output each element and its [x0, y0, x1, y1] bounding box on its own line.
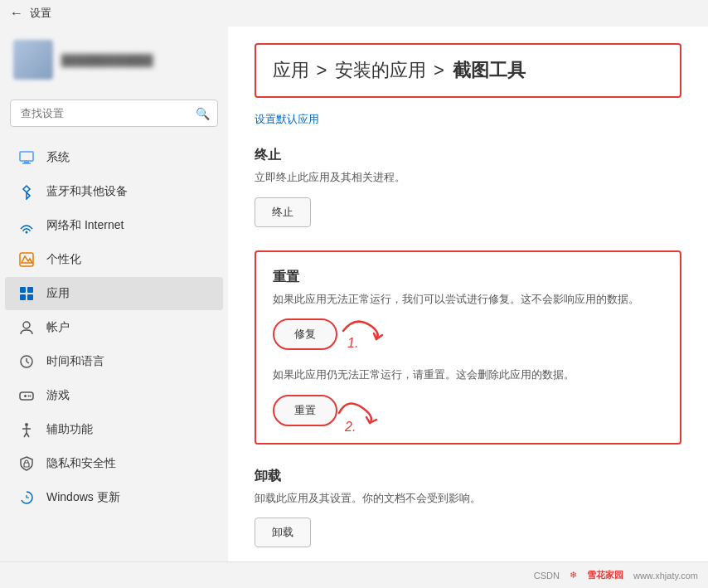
- terminate-desc: 立即终止此应用及其相关进程。: [255, 169, 681, 186]
- breadcrumb-sep2: >: [434, 60, 449, 80]
- terminate-section: 终止 立即终止此应用及其相关进程。 终止: [255, 147, 681, 227]
- title-bar-label: 设置: [30, 6, 51, 21]
- user-name: ████████████: [61, 54, 153, 66]
- back-icon[interactable]: ←: [10, 6, 23, 21]
- breadcrumb-part3: 截图工具: [453, 60, 526, 80]
- apps-icon: [18, 285, 35, 302]
- search-input[interactable]: [10, 100, 218, 127]
- svg-line-12: [27, 362, 29, 363]
- uninstall-button[interactable]: 卸载: [255, 518, 311, 547]
- main-layout: ████████████ 🔍 系统 蓝牙和其他设备: [0, 27, 708, 561]
- uninstall-desc: 卸载此应用及其设置。你的文档不会受到影响。: [255, 490, 681, 507]
- bottom-bar: CSDN ❄ 雪花家园 www.xhjaty.com: [0, 561, 708, 588]
- svg-text:1.: 1.: [347, 336, 358, 350]
- sidebar-label-gaming: 游戏: [46, 388, 70, 403]
- privacy-icon: [18, 455, 35, 472]
- sidebar-item-accessibility[interactable]: 辅助功能: [5, 413, 223, 446]
- terminate-title: 终止: [255, 147, 681, 164]
- default-app-link[interactable]: 设置默认应用: [255, 112, 319, 127]
- breadcrumb-part2: 安装的应用: [335, 60, 426, 80]
- sidebar-label-bluetooth: 蓝牙和其他设备: [46, 184, 128, 199]
- svg-point-18: [25, 423, 28, 426]
- sidebar-item-apps[interactable]: 应用: [5, 277, 223, 310]
- breadcrumb-sep1: >: [316, 60, 332, 80]
- system-icon: [18, 149, 35, 166]
- svg-rect-6: [27, 287, 33, 293]
- svg-rect-23: [24, 463, 29, 467]
- sidebar-item-windows-update[interactable]: Windows 更新: [5, 481, 223, 514]
- site-url: www.xhjaty.com: [633, 571, 698, 581]
- svg-rect-5: [20, 287, 26, 293]
- svg-text:2.: 2.: [344, 420, 356, 434]
- svg-point-3: [26, 231, 28, 234]
- repair-button[interactable]: 修复: [273, 318, 337, 350]
- time-icon: [18, 353, 35, 370]
- svg-rect-8: [27, 294, 33, 300]
- gaming-icon: [18, 387, 35, 404]
- breadcrumb-part1: 应用: [273, 60, 309, 80]
- svg-rect-7: [20, 294, 26, 300]
- svg-point-17: [30, 396, 32, 397]
- update-icon: [18, 489, 35, 506]
- sidebar-label-system: 系统: [46, 150, 70, 165]
- svg-point-9: [23, 322, 30, 328]
- reset-title: 重置: [273, 269, 663, 286]
- sidebar-item-network[interactable]: 网络和 Internet: [5, 209, 223, 242]
- personalization-icon: [18, 251, 35, 268]
- sidebar-label-time: 时间和语言: [46, 354, 104, 369]
- sidebar-item-privacy[interactable]: 隐私和安全性: [5, 447, 223, 480]
- sidebar-nav: 系统 蓝牙和其他设备 网络和 Internet 个性化: [0, 140, 228, 555]
- avatar: [13, 40, 53, 80]
- svg-rect-0: [20, 152, 33, 161]
- sidebar-item-time[interactable]: 时间和语言: [5, 345, 223, 378]
- sidebar-label-accounts: 帐户: [46, 320, 70, 335]
- sidebar-label-windows-update: Windows 更新: [46, 490, 120, 505]
- sidebar-label-apps: 应用: [46, 286, 70, 301]
- search-icon: 🔍: [196, 107, 210, 120]
- reset-section: 重置 如果此应用无法正常运行，我们可以尝试进行修复。这不会影响应用的数据。 修复…: [255, 250, 681, 445]
- svg-point-16: [28, 396, 30, 397]
- repair-desc: 如果此应用无法正常运行，我们可以尝试进行修复。这不会影响应用的数据。: [273, 291, 663, 308]
- search-container: 🔍: [10, 100, 218, 127]
- reset-button[interactable]: 重置: [273, 395, 337, 426]
- snowflake-logo: ❄: [570, 570, 577, 581]
- breadcrumb-header: 应用 > 安装的应用 > 截图工具: [255, 43, 681, 98]
- sidebar-item-accounts[interactable]: 帐户: [5, 311, 223, 344]
- sidebar-label-privacy: 隐私和安全性: [46, 456, 116, 471]
- sidebar: ████████████ 🔍 系统 蓝牙和其他设备: [0, 27, 228, 561]
- content-area: 应用 > 安装的应用 > 截图工具 设置默认应用 终止 立即终止此应用及其相关进…: [228, 27, 708, 561]
- csdn-label: CSDN: [534, 571, 560, 581]
- bluetooth-icon: [18, 183, 35, 200]
- reset-desc: 如果此应用仍无法正常运行，请重置。这会删除此应用的数据。: [273, 367, 663, 383]
- sidebar-item-system[interactable]: 系统: [5, 141, 223, 174]
- sidebar-item-bluetooth[interactable]: 蓝牙和其他设备: [5, 175, 223, 208]
- sidebar-item-gaming[interactable]: 游戏: [5, 379, 223, 412]
- sidebar-label-accessibility: 辅助功能: [46, 422, 93, 437]
- sidebar-item-personalization[interactable]: 个性化: [5, 243, 223, 276]
- accounts-icon: [18, 319, 35, 336]
- uninstall-section: 卸载 卸载此应用及其设置。你的文档不会受到影响。 卸载: [255, 468, 681, 548]
- accessibility-icon: [18, 421, 35, 438]
- terminate-button[interactable]: 终止: [255, 197, 311, 227]
- sidebar-label-network: 网络和 Internet: [46, 218, 124, 233]
- title-bar: ← 设置: [0, 0, 708, 27]
- uninstall-title: 卸载: [255, 468, 681, 485]
- svg-line-21: [24, 433, 27, 437]
- sidebar-label-personalization: 个性化: [46, 252, 81, 267]
- svg-line-22: [27, 433, 29, 437]
- user-profile: ████████████: [0, 33, 228, 93]
- network-icon: [18, 217, 35, 234]
- snowflake-text: 雪花家园: [587, 569, 623, 581]
